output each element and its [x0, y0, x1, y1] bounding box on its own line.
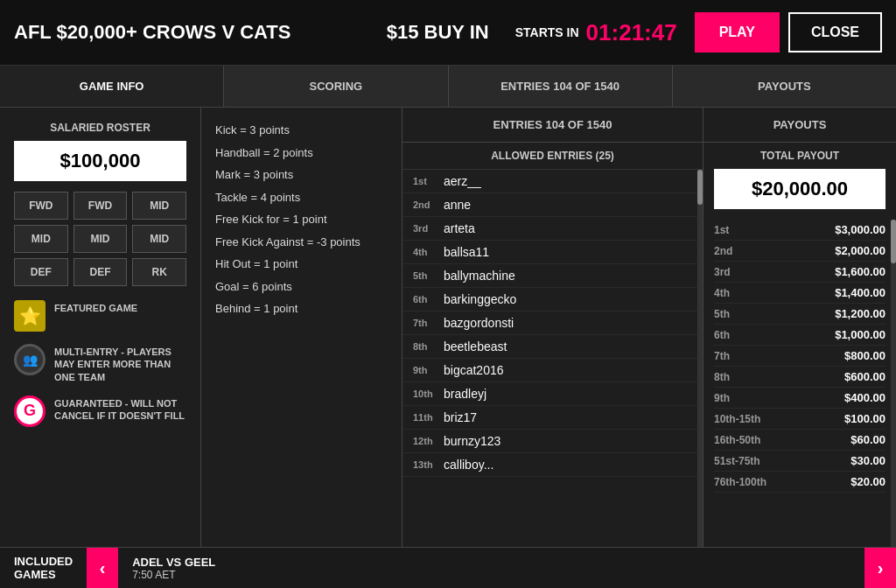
footer-game-name: ADEL VS GEEL — [132, 556, 850, 569]
entries-scrollbar[interactable] — [697, 170, 703, 547]
entry-rank: 12th — [413, 436, 444, 446]
footer-game-info: ADEL VS GEEL 7:50 AET — [118, 556, 864, 581]
featured-icon: ⭐ — [14, 300, 46, 332]
scoring-item: Handball = 2 points — [215, 144, 388, 162]
entry-rank: 2nd — [413, 200, 444, 210]
entry-rank: 8th — [413, 341, 444, 352]
payout-row: 8th$600.00 — [714, 367, 886, 388]
entry-name: bradleyj — [444, 387, 486, 401]
play-button[interactable]: PLAY — [695, 12, 780, 52]
entry-row: 5thballymachine — [402, 264, 703, 288]
entry-name: anne — [444, 198, 471, 212]
entries-list[interactable]: 1staerz__2ndanne3rdarteta4thballsa115thb… — [402, 170, 703, 547]
roster-cell: MID — [132, 192, 186, 220]
entry-rank: 4th — [413, 247, 444, 257]
payout-place: 9th — [714, 392, 762, 404]
payout-place: 76th-100th — [714, 476, 766, 488]
guaranteed-icon: G — [14, 396, 46, 427]
entry-row: 4thballsa11 — [402, 241, 703, 264]
payout-place: 2nd — [714, 245, 762, 257]
close-button[interactable]: CLOSE — [788, 12, 882, 52]
payout-place: 6th — [714, 329, 762, 341]
total-payout-label: TOTAL PAYOUT — [704, 143, 896, 169]
countdown-timer: 01:21:47 — [586, 19, 677, 46]
entry-rank: 13th — [413, 459, 444, 470]
payout-place: 3rd — [714, 266, 762, 278]
entry-row: 7thbazgordonsti — [402, 312, 703, 335]
scoring-item: Goal = 6 points — [215, 278, 388, 296]
roster-cell: MID — [74, 225, 128, 253]
multi-entry-icon: 👥 — [14, 344, 46, 375]
tab-bar: GAME INFO SCORING ENTRIES 104 OF 1540 PA… — [0, 66, 896, 108]
allowed-entries-label: ALLOWED ENTRIES (25) — [402, 143, 703, 170]
payout-place: 16th-50th — [714, 434, 762, 446]
payout-list[interactable]: 1st$3,000.002nd$2,000.003rd$1,600.004th$… — [704, 220, 896, 547]
scoring-panel: Kick = 3 pointsHandball = 2 pointsMark =… — [201, 108, 402, 547]
entries-panel: ENTRIES 104 OF 1540 ALLOWED ENTRIES (25)… — [402, 108, 704, 547]
entry-rank: 7th — [413, 318, 444, 328]
entry-name: briz17 — [444, 410, 477, 424]
scoring-item: Mark = 3 points — [215, 166, 388, 184]
header: AFL $20,000+ CROWS V CATS $15 BUY IN STA… — [0, 0, 896, 66]
entry-name: aerz__ — [444, 174, 481, 188]
next-game-button[interactable]: › — [864, 548, 896, 589]
roster-cell: MID — [132, 225, 186, 253]
guaranteed-label: GUARANTEED - WILL NOT CANCEL IF IT DOESN… — [54, 396, 186, 423]
featured-label: FEATURED GAME — [54, 300, 137, 314]
entry-row: 13thcalliboy... — [402, 453, 703, 477]
entry-row: 1staerz__ — [402, 170, 703, 193]
payout-place: 51st-75th — [714, 455, 762, 467]
entry-row: 11thbriz17 — [402, 406, 703, 430]
entry-row: 3rdarteta — [402, 217, 703, 241]
entry-name: bigcat2016 — [444, 363, 504, 377]
entry-rank: 5th — [413, 270, 444, 281]
scoring-list: Kick = 3 pointsHandball = 2 pointsMark =… — [215, 122, 388, 318]
featured-badge: ⭐ FEATURED GAME — [14, 300, 186, 332]
payout-amount: $20.00 — [850, 475, 886, 488]
roster-cell: MID — [14, 225, 68, 253]
payout-amount: $60.00 — [850, 433, 886, 446]
tab-payouts[interactable]: PAYOUTS — [673, 66, 896, 107]
scoring-item: Tackle = 4 points — [215, 189, 388, 206]
payout-place: 10th-15th — [714, 413, 762, 425]
payout-amount: $1,200.00 — [835, 307, 886, 320]
payouts-panel: PAYOUTS TOTAL PAYOUT $20,000.00 1st$3,00… — [704, 108, 896, 547]
payout-place: 4th — [714, 287, 762, 299]
payout-amount: $3,000.00 — [835, 223, 886, 236]
roster-cell: DEF — [74, 258, 128, 286]
payout-row: 6th$1,000.00 — [714, 325, 886, 346]
guaranteed-badge: G GUARANTEED - WILL NOT CANCEL IF IT DOE… — [14, 396, 186, 427]
roster-cell: DEF — [14, 258, 68, 286]
tab-scoring[interactable]: SCORING — [224, 66, 448, 107]
payout-amount: $800.00 — [844, 349, 886, 362]
entry-rank: 1st — [413, 176, 444, 186]
payout-amount: $1,400.00 — [835, 286, 886, 299]
multi-entry-label: MULTI-ENTRY - PLAYERS MAY ENTER MORE THA… — [54, 344, 186, 383]
entry-rank: 6th — [413, 294, 444, 304]
scoring-item: Hit Out = 1 point — [215, 256, 388, 273]
payout-amount: $1,000.00 — [835, 328, 886, 341]
scoring-item: Free Kick for = 1 point — [215, 211, 388, 228]
prev-game-button[interactable]: ‹ — [87, 548, 118, 589]
payout-amount: $30.00 — [850, 454, 886, 467]
payout-amount: $1,600.00 — [835, 265, 886, 278]
entry-name: ballsa11 — [444, 245, 489, 259]
buy-in-amount: $15 BUY IN — [387, 21, 489, 44]
scoring-item: Free Kick Against = -3 points — [215, 234, 388, 251]
scoring-item: Behind = 1 point — [215, 300, 388, 318]
payout-amount: $400.00 — [844, 391, 886, 404]
tab-game-info[interactable]: GAME INFO — [0, 66, 224, 107]
tab-entries[interactable]: ENTRIES 104 OF 1540 — [449, 66, 673, 107]
entry-row: 9thbigcat2016 — [402, 359, 703, 382]
payout-scrollbar-thumb — [891, 220, 896, 263]
entries-scrollbar-thumb — [697, 170, 703, 205]
entry-row: 12thburnzy123 — [402, 430, 703, 453]
entry-rank: 11th — [413, 412, 444, 423]
payout-row: 1st$3,000.00 — [714, 220, 886, 241]
footer-game-time: 7:50 AET — [132, 569, 850, 581]
entry-name: bazgordonsti — [444, 316, 514, 330]
entry-name: burnzy123 — [444, 434, 500, 448]
payout-scrollbar[interactable] — [891, 220, 896, 547]
entry-name: beetlebeast — [444, 340, 507, 354]
contest-title: AFL $20,000+ CROWS V CATS — [14, 21, 360, 44]
